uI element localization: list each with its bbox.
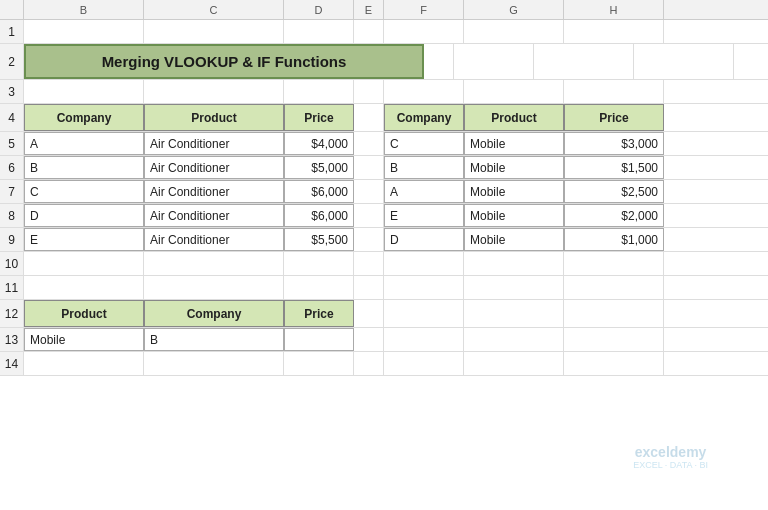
- cell-f11[interactable]: [384, 276, 464, 299]
- t2-r3-price[interactable]: $2,500: [564, 180, 664, 203]
- cell-b10[interactable]: [24, 252, 144, 275]
- t2-r2-company[interactable]: B: [384, 156, 464, 179]
- cell-b14[interactable]: [24, 352, 144, 375]
- t3-header-price: Price: [284, 300, 354, 327]
- cell-e9[interactable]: [354, 228, 384, 251]
- corner-cell: [0, 0, 24, 19]
- t2-r3-company[interactable]: A: [384, 180, 464, 203]
- t1-r5-product[interactable]: Air Conditioner: [144, 228, 284, 251]
- cell-d11[interactable]: [284, 276, 354, 299]
- row-4: 4 Company Product Price Company Product …: [0, 104, 768, 132]
- cell-e10[interactable]: [354, 252, 384, 275]
- t2-r1-product[interactable]: Mobile: [464, 132, 564, 155]
- cell-f12[interactable]: [384, 300, 464, 327]
- t3-r1-product[interactable]: Mobile: [24, 328, 144, 351]
- t2-r1-company[interactable]: C: [384, 132, 464, 155]
- cell-b11[interactable]: [24, 276, 144, 299]
- cell-e11[interactable]: [354, 276, 384, 299]
- t1-r4-product[interactable]: Air Conditioner: [144, 204, 284, 227]
- cell-g14[interactable]: [464, 352, 564, 375]
- cell-e7[interactable]: [354, 180, 384, 203]
- t1-header-product: Product: [144, 104, 284, 131]
- cell-f2[interactable]: [454, 44, 534, 79]
- t2-r4-price[interactable]: $2,000: [564, 204, 664, 227]
- cell-c3[interactable]: [144, 80, 284, 103]
- t2-r5-company[interactable]: D: [384, 228, 464, 251]
- cell-g2[interactable]: [534, 44, 634, 79]
- t2-r2-price[interactable]: $1,500: [564, 156, 664, 179]
- cell-f3[interactable]: [384, 80, 464, 103]
- cell-h12[interactable]: [564, 300, 664, 327]
- cell-h3[interactable]: [564, 80, 664, 103]
- cell-h2[interactable]: [634, 44, 734, 79]
- t2-r4-product[interactable]: Mobile: [464, 204, 564, 227]
- cell-b1[interactable]: [24, 20, 144, 43]
- t1-r3-product[interactable]: Air Conditioner: [144, 180, 284, 203]
- cell-c10[interactable]: [144, 252, 284, 275]
- cell-e13[interactable]: [354, 328, 384, 351]
- t3-r1-price[interactable]: [284, 328, 354, 351]
- cell-d1[interactable]: [284, 20, 354, 43]
- t1-r1-price[interactable]: $4,000: [284, 132, 354, 155]
- cell-e3[interactable]: [354, 80, 384, 103]
- t2-r2-product[interactable]: Mobile: [464, 156, 564, 179]
- cell-e5[interactable]: [354, 132, 384, 155]
- t1-r2-price[interactable]: $5,000: [284, 156, 354, 179]
- cell-h1[interactable]: [564, 20, 664, 43]
- cell-g13[interactable]: [464, 328, 564, 351]
- rownum-2: 2: [0, 44, 24, 79]
- t2-r4-company[interactable]: E: [384, 204, 464, 227]
- t1-r1-company[interactable]: A: [24, 132, 144, 155]
- t1-r3-company[interactable]: C: [24, 180, 144, 203]
- cell-c14[interactable]: [144, 352, 284, 375]
- t2-r5-price[interactable]: $1,000: [564, 228, 664, 251]
- rownum-14: 14: [0, 352, 24, 375]
- t3-r1-company[interactable]: B: [144, 328, 284, 351]
- cell-f13[interactable]: [384, 328, 464, 351]
- t1-r5-company[interactable]: E: [24, 228, 144, 251]
- cell-g3[interactable]: [464, 80, 564, 103]
- cell-e6[interactable]: [354, 156, 384, 179]
- cell-e4[interactable]: [354, 104, 384, 131]
- t1-r3-price[interactable]: $6,000: [284, 180, 354, 203]
- t1-r1-product[interactable]: Air Conditioner: [144, 132, 284, 155]
- t1-r2-company[interactable]: B: [24, 156, 144, 179]
- cell-g1[interactable]: [464, 20, 564, 43]
- row-8: 8 D Air Conditioner $6,000 E Mobile $2,0…: [0, 204, 768, 228]
- cell-c11[interactable]: [144, 276, 284, 299]
- cell-f14[interactable]: [384, 352, 464, 375]
- t1-r5-price[interactable]: $5,500: [284, 228, 354, 251]
- cell-b3[interactable]: [24, 80, 144, 103]
- cell-h10[interactable]: [564, 252, 664, 275]
- cell-e1[interactable]: [354, 20, 384, 43]
- cell-g10[interactable]: [464, 252, 564, 275]
- t2-r1-price[interactable]: $3,000: [564, 132, 664, 155]
- cell-f1[interactable]: [384, 20, 464, 43]
- cell-h14[interactable]: [564, 352, 664, 375]
- cell-d14[interactable]: [284, 352, 354, 375]
- cell-e8[interactable]: [354, 204, 384, 227]
- row-10: 10: [0, 252, 768, 276]
- cell-f10[interactable]: [384, 252, 464, 275]
- t1-r4-price[interactable]: $6,000: [284, 204, 354, 227]
- rownum-1: 1: [0, 20, 24, 43]
- cell-g12[interactable]: [464, 300, 564, 327]
- cell-h13[interactable]: [564, 328, 664, 351]
- cell-h11[interactable]: [564, 276, 664, 299]
- t2-r5-product[interactable]: Mobile: [464, 228, 564, 251]
- spreadsheet: B C D E F G H 1 2 Merging VLOOKUP & IF F…: [0, 0, 768, 510]
- cell-e12[interactable]: [354, 300, 384, 327]
- cell-e2[interactable]: [424, 44, 454, 79]
- row-7: 7 C Air Conditioner $6,000 A Mobile $2,5…: [0, 180, 768, 204]
- cell-d10[interactable]: [284, 252, 354, 275]
- t2-header-price: Price: [564, 104, 664, 131]
- t1-r4-company[interactable]: D: [24, 204, 144, 227]
- cell-g11[interactable]: [464, 276, 564, 299]
- t1-r2-product[interactable]: Air Conditioner: [144, 156, 284, 179]
- cell-e14[interactable]: [354, 352, 384, 375]
- t2-r3-product[interactable]: Mobile: [464, 180, 564, 203]
- col-header-c: C: [144, 0, 284, 19]
- cell-c1[interactable]: [144, 20, 284, 43]
- cell-d3[interactable]: [284, 80, 354, 103]
- row-1: 1: [0, 20, 768, 44]
